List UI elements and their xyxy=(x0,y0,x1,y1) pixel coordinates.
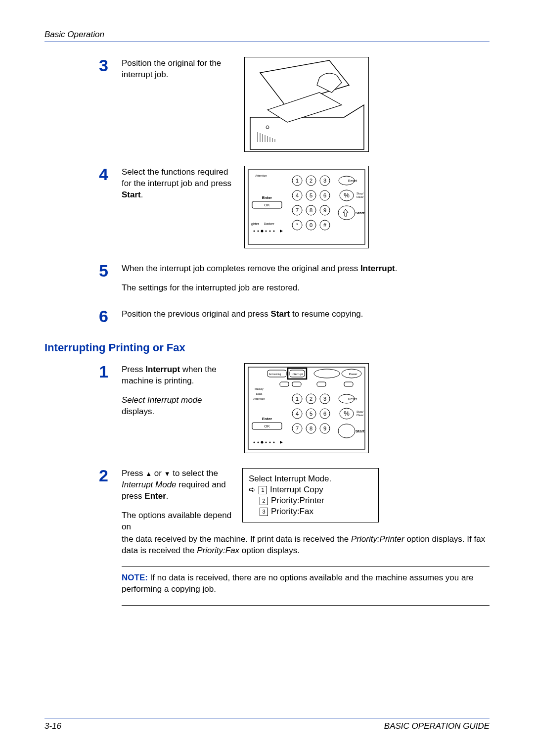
svg-point-54 xyxy=(258,231,259,232)
note-text: If no data is received, there are no opt… xyxy=(122,573,474,594)
step-text: When the interrupt job completes remove … xyxy=(122,262,490,294)
svg-rect-72 xyxy=(317,382,326,386)
text: . xyxy=(141,190,143,199)
lcd-option: Priority:Fax xyxy=(271,506,313,517)
italic-text: Priority:Fax xyxy=(197,546,239,555)
down-triangle-icon: ▼ xyxy=(164,470,171,477)
divider xyxy=(122,605,490,606)
keypad-illustration: 1 2 3 4 5 6 7 8 9 * 0 # xyxy=(244,166,369,248)
step-number: 6 xyxy=(99,308,113,325)
svg-text:Darker: Darker xyxy=(264,222,274,226)
svg-point-57 xyxy=(269,231,271,232)
svg-text:4: 4 xyxy=(296,192,299,198)
svg-text:3: 3 xyxy=(323,178,326,184)
divider xyxy=(122,566,490,567)
svg-text:Reset: Reset xyxy=(348,397,357,401)
keypad-svg: 1 2 3 4 5 6 7 8 9 * 0 # xyxy=(245,167,368,247)
svg-text:8: 8 xyxy=(310,425,312,431)
text: or xyxy=(152,469,164,478)
svg-text:6: 6 xyxy=(323,192,326,198)
text: . xyxy=(395,264,398,273)
svg-text:1: 1 xyxy=(296,396,299,402)
text: The settings for the interrupted job are… xyxy=(122,283,490,294)
step-number: 1 xyxy=(99,363,113,380)
svg-point-108 xyxy=(261,441,264,443)
step-text: Select the functions required for the in… xyxy=(122,166,235,201)
svg-text:Interrupt: Interrupt xyxy=(292,373,303,376)
svg-text:Reset: Reset xyxy=(348,179,357,183)
svg-point-58 xyxy=(273,231,275,232)
step-text: Press Interrupt when the machine is prin… xyxy=(122,363,235,418)
svg-text:Power: Power xyxy=(349,373,357,376)
svg-point-111 xyxy=(273,441,275,443)
keypad2-svg: Accounting Interrupt Power Ready Data At xyxy=(245,364,368,452)
bold-enter: Enter xyxy=(144,491,166,501)
svg-point-64 xyxy=(314,369,340,378)
svg-text:OK: OK xyxy=(264,424,270,428)
svg-text:Attention: Attention xyxy=(255,174,267,177)
option-number-icon: 1 xyxy=(259,486,267,494)
up-triangle-icon: ▲ xyxy=(145,470,152,477)
svg-text:#: # xyxy=(323,222,327,228)
svg-rect-71 xyxy=(292,382,301,386)
svg-text:Start: Start xyxy=(356,429,365,433)
step-b2: 2 Press ▲ or ▼ to select the Interrupt M… xyxy=(99,467,490,612)
note-block: NOTE: If no data is received, there are … xyxy=(122,572,490,595)
svg-text:Start: Start xyxy=(356,211,365,215)
svg-text:%: % xyxy=(344,191,350,199)
svg-text:3: 3 xyxy=(323,396,326,402)
text: to select the xyxy=(171,469,218,478)
svg-text:Clear: Clear xyxy=(356,195,363,198)
svg-text:%: % xyxy=(344,410,350,417)
svg-text:0: 0 xyxy=(310,222,312,228)
step-b1: 1 Press Interrupt when the machine is pr… xyxy=(99,363,490,453)
bold-interrupt: Interrupt xyxy=(145,365,180,374)
text: Position the previous original and press xyxy=(122,309,270,319)
svg-text:Stop/: Stop/ xyxy=(356,192,363,195)
bold-start: Start xyxy=(122,190,141,199)
svg-text:Clear: Clear xyxy=(356,414,363,417)
scanner-svg xyxy=(245,58,368,151)
italic-text: Select Interrupt mode xyxy=(122,395,202,405)
text: Press xyxy=(122,365,145,374)
svg-point-53 xyxy=(254,231,255,232)
text: Press xyxy=(122,469,145,478)
svg-point-107 xyxy=(258,441,259,443)
page-number: 3-16 xyxy=(44,721,61,731)
step-number: 4 xyxy=(99,166,113,183)
text: Select the functions required for the in… xyxy=(122,167,231,188)
step-text: Position the previous original and press… xyxy=(122,308,490,320)
step-5: 5 When the interrupt job completes remov… xyxy=(99,262,490,294)
option-number-icon: 2 xyxy=(260,497,268,505)
step-text: Position the original for the interrupt … xyxy=(122,57,235,81)
svg-text:4: 4 xyxy=(296,411,299,417)
lcd-option: Interrupt Copy xyxy=(270,484,323,495)
svg-text:Enter: Enter xyxy=(262,195,272,200)
step-number: 5 xyxy=(99,262,113,279)
svg-text:7: 7 xyxy=(296,425,299,431)
lcd-display: Select Interrupt Mode. ➪ 1 Interrupt Cop… xyxy=(242,468,379,522)
svg-text:9: 9 xyxy=(323,425,326,431)
text: . xyxy=(166,491,169,501)
scanner-illustration xyxy=(244,57,369,152)
step-number: 3 xyxy=(99,57,113,74)
svg-text:Stop/: Stop/ xyxy=(356,410,363,413)
header-section: Basic Operation xyxy=(44,30,490,42)
italic-text: Priority:Printer xyxy=(351,534,404,544)
svg-point-106 xyxy=(254,441,255,443)
svg-rect-73 xyxy=(344,382,353,386)
arrow-icon: ➪ xyxy=(249,484,256,495)
bold-start: Start xyxy=(270,309,290,319)
svg-rect-70 xyxy=(280,382,289,386)
step-3: 3 Position the original for the interrup… xyxy=(99,57,490,152)
svg-text:2: 2 xyxy=(310,178,312,184)
svg-text:7: 7 xyxy=(296,207,299,213)
svg-text:Data: Data xyxy=(256,392,263,395)
svg-point-109 xyxy=(266,441,267,443)
step-4: 4 Select the functions required for the … xyxy=(99,166,490,248)
lcd-title: Select Interrupt Mode. xyxy=(249,473,372,484)
svg-text:8: 8 xyxy=(310,207,312,213)
note-label: NOTE: xyxy=(122,573,148,582)
svg-text:6: 6 xyxy=(323,411,326,417)
svg-text:*: * xyxy=(296,222,299,228)
